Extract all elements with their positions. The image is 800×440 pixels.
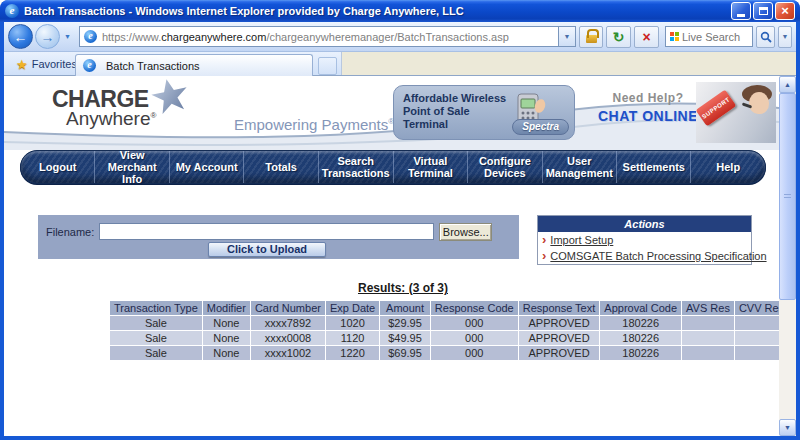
tab-batch-transactions[interactable]: e Batch Transactions [75, 54, 313, 76]
column-header-transaction-type: Transaction Type [110, 301, 202, 315]
nav-item-view-merchant-info[interactable]: View Merchant Info [94, 151, 168, 183]
nav-item-totals[interactable]: Totals [243, 151, 317, 183]
search-go-button[interactable] [756, 26, 775, 48]
tagline: Empowering Payments® [234, 116, 394, 133]
column-header-avs-res: AVS Res [682, 301, 734, 315]
stop-button[interactable]: × [634, 26, 659, 48]
table-cell: $49.95 [380, 331, 430, 345]
support-image: SUPPORT [696, 82, 776, 143]
nav-item-settlements[interactable]: Settlements [616, 151, 690, 183]
nav-item-virtual-terminal[interactable]: Virtual Terminal [393, 151, 467, 183]
table-row: SaleNonexxxx78921020$29.95000APPROVED180… [110, 316, 779, 330]
scroll-down-button[interactable]: ▼ [779, 419, 796, 436]
banner-line-2: Point of Sale [403, 105, 574, 118]
spectra-badge: Spectra [512, 119, 569, 135]
table-cell: 000 [431, 316, 518, 330]
table-cell: 000 [431, 346, 518, 360]
action-row: ›Import Setup [538, 232, 751, 248]
table-cell [682, 316, 734, 330]
spectra-banner[interactable]: Affordable Wireless Point of Sale Termin… [393, 85, 575, 140]
navigation-toolbar: ← → ▼ e https://www.chargeanywhere.com/c… [4, 22, 796, 52]
page-content: CHARGE Anywhere® Empowering Payments® Af… [4, 76, 779, 436]
nav-item-logout[interactable]: Logout [21, 151, 94, 183]
favorites-star-icon: ★ [16, 57, 28, 72]
nav-item-search-transactions[interactable]: Search Transactions [318, 151, 393, 183]
column-header-exp-date: Exp Date [326, 301, 379, 315]
close-button[interactable]: × [775, 2, 795, 20]
table-cell: 1120 [326, 331, 379, 345]
table-cell: 1220 [326, 346, 379, 360]
table-cell: APPROVED [519, 316, 600, 330]
table-cell: None [203, 331, 250, 345]
scrollbar-thumb[interactable] [779, 93, 796, 300]
address-bar[interactable]: e https://www.chargeanywhere.com/chargea… [79, 26, 559, 47]
actions-panel: Actions ›Import Setup›COMSGATE Batch Pro… [537, 215, 752, 265]
column-header-approval-code: Approval Code [600, 301, 681, 315]
tab-icon: e [83, 59, 96, 72]
column-header-response-code: Response Code [431, 301, 518, 315]
results-table: Transaction TypeModifierCard NumberExp D… [109, 300, 779, 361]
upload-button[interactable]: Click to Upload [208, 242, 326, 257]
table-row: SaleNonexxxx10021220$69.95000APPROVED180… [110, 346, 779, 360]
tab-title: Batch Transactions [106, 60, 200, 72]
url-domain: chargeanywhere.com [161, 31, 266, 43]
table-cell [735, 331, 779, 345]
action-bullet-icon: › [542, 251, 546, 261]
refresh-button[interactable]: ↻ [606, 26, 631, 48]
security-lock-button[interactable] [579, 26, 603, 48]
filename-label: Filename: [46, 226, 94, 238]
search-input[interactable] [682, 31, 749, 43]
support-key-icon: SUPPORT [696, 89, 736, 126]
upload-panel: Filename:Browse... Click to Upload [38, 215, 519, 259]
favorites-button[interactable]: ★ Favorites [10, 55, 83, 73]
chat-online-link[interactable]: CHAT ONLINE [587, 108, 709, 124]
action-link-comsgate-batch-processing-specification[interactable]: COMSGATE Batch Processing Specification [550, 250, 766, 262]
window-controls: × [731, 2, 795, 20]
table-cell [735, 316, 779, 330]
ie-logo-icon: e [5, 4, 19, 18]
forward-button[interactable]: → [35, 24, 60, 49]
table-cell: 000 [431, 331, 518, 345]
maximize-icon [759, 7, 768, 15]
table-cell: Sale [110, 331, 202, 345]
browse-button[interactable]: Browse... [439, 223, 492, 241]
column-header-amount: Amount [380, 301, 430, 315]
nav-item-help[interactable]: Help [690, 151, 764, 183]
filename-input[interactable] [99, 223, 434, 240]
nav-item-user-management[interactable]: User Management [542, 151, 616, 183]
nav-item-configure-devices[interactable]: Configure Devices [467, 151, 541, 183]
new-tab-button[interactable] [318, 57, 337, 75]
logo-text-anywhere: Anywhere® [66, 108, 156, 130]
title-bar[interactable]: e Batch Transactions - Windows Internet … [0, 0, 800, 22]
nav-bar: LogoutView Merchant InfoMy AccountTotals… [20, 150, 766, 184]
magnifier-icon [760, 31, 772, 43]
maximize-button[interactable] [753, 2, 773, 20]
search-options-dropdown[interactable]: ▼ [778, 26, 792, 48]
table-cell: xxxx7892 [251, 316, 325, 330]
column-header-response-text: Response Text [519, 301, 600, 315]
scroll-up-button[interactable]: ▲ [779, 76, 796, 93]
action-link-import-setup[interactable]: Import Setup [550, 234, 613, 246]
results-header-row: Transaction TypeModifierCard NumberExp D… [110, 301, 779, 315]
back-button[interactable]: ← [8, 24, 33, 49]
chat-online-block[interactable]: Need Help? CHAT ONLINE [587, 91, 709, 124]
vertical-scrollbar[interactable]: ▲ ▼ [779, 76, 796, 436]
minimize-button[interactable] [731, 2, 751, 20]
column-header-cvv-res: CVV Res [735, 301, 779, 315]
address-dropdown-button[interactable]: ▼ [559, 26, 576, 47]
close-icon: × [781, 4, 789, 18]
support-agent-face [749, 92, 769, 114]
charge-anywhere-logo[interactable]: CHARGE Anywhere® [52, 86, 156, 130]
table-cell: APPROVED [519, 346, 600, 360]
lock-icon [586, 35, 597, 43]
url-text: https://www.chargeanywhere.com/chargeany… [102, 31, 509, 43]
page-icon: e [84, 30, 97, 43]
live-search-box[interactable] [665, 26, 753, 47]
table-cell: $69.95 [380, 346, 430, 360]
results-title: Results: (3 of 3) [109, 281, 697, 295]
actions-panel-title: Actions [538, 216, 751, 232]
table-cell [682, 331, 734, 345]
history-dropdown-icon[interactable]: ▼ [60, 33, 75, 40]
nav-item-my-account[interactable]: My Account [169, 151, 243, 183]
site-header: CHARGE Anywhere® Empowering Payments® Af… [4, 76, 779, 150]
